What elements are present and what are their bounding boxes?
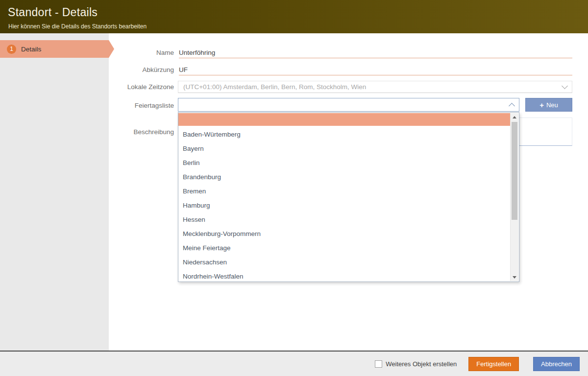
page-subtitle: Hier können Sie die Details des Standort… <box>8 23 147 30</box>
finish-button[interactable]: Fertigstellen <box>468 357 519 371</box>
cancel-button[interactable]: Abbrechen <box>533 357 580 371</box>
sidebar: 1 Details <box>0 33 109 351</box>
create-another-checkbox-group[interactable]: Weiteres Objekt erstellen <box>375 360 457 368</box>
holiday-list-select[interactable] <box>178 98 519 112</box>
dropdown-item[interactable]: Bayern <box>178 141 511 156</box>
dropdown-item[interactable]: Brandenburg <box>178 170 511 184</box>
dropdown-item[interactable] <box>178 113 511 126</box>
scroll-up-button[interactable] <box>511 113 518 121</box>
timezone-label: Lokale Zeitzone <box>115 83 174 91</box>
dropdown-item[interactable]: Baden-Würtemberg <box>178 127 511 141</box>
holiday-list-label: Feiertagsliste <box>115 102 174 109</box>
scroll-down-button[interactable] <box>511 273 518 281</box>
chevron-down-icon <box>562 83 568 89</box>
dropdown-item[interactable]: Bremen <box>178 184 511 198</box>
name-label: Name <box>115 49 174 56</box>
dropdown-item[interactable]: Nordrhein-Westfalen <box>178 269 511 281</box>
new-button-label: Neu <box>546 101 558 109</box>
page-title: Standort - Details <box>8 6 98 19</box>
holiday-dropdown-list: Baden-WürtembergBayernBerlinBrandenburgB… <box>178 113 511 281</box>
abbreviation-label: Abkürzung <box>115 66 174 73</box>
dropdown-item[interactable]: Hamburg <box>178 198 511 212</box>
create-another-label: Weiteres Objekt erstellen <box>386 360 457 368</box>
tab-arrow-decoration <box>109 40 114 58</box>
holiday-dropdown-panel: Baden-WürtembergBayernBerlinBrandenburgB… <box>178 112 519 282</box>
triangle-up-icon <box>513 116 516 118</box>
standort-details-window: Standort - Details Hier können Sie die D… <box>0 0 588 376</box>
dropdown-item[interactable]: Niedersachsen <box>178 255 511 269</box>
tab-details-label: Details <box>21 46 41 53</box>
footer-bar: Weiteres Objekt erstellen Fertigstellen … <box>0 351 588 376</box>
step-number-badge: 1 <box>7 45 16 54</box>
triangle-down-icon <box>513 276 516 279</box>
new-holiday-list-button[interactable]: + Neu <box>525 98 572 112</box>
scrollbar-thumb[interactable] <box>512 122 517 220</box>
tab-details[interactable]: 1 Details <box>0 40 109 58</box>
timezone-value: (UTC+01:00) Amsterdam, Berlin, Bern, Rom… <box>183 83 563 91</box>
timezone-select[interactable]: (UTC+01:00) Amsterdam, Berlin, Bern, Rom… <box>178 81 572 93</box>
dropdown-item[interactable]: Meine Feiertage <box>178 241 511 255</box>
description-label: Beschreibung <box>115 128 174 136</box>
header: Standort - Details Hier können Sie die D… <box>0 0 588 33</box>
dropdown-item[interactable]: Hessen <box>178 212 511 227</box>
plus-icon: + <box>539 101 544 109</box>
abbreviation-input[interactable] <box>179 64 572 75</box>
dropdown-item[interactable]: Berlin <box>178 156 511 170</box>
dropdown-item[interactable]: Mecklenburg-Vorpommern <box>178 227 511 241</box>
chevron-up-icon <box>509 103 515 109</box>
create-another-checkbox[interactable] <box>375 360 382 368</box>
name-input[interactable] <box>179 47 572 58</box>
dropdown-scrollbar[interactable] <box>510 113 518 281</box>
